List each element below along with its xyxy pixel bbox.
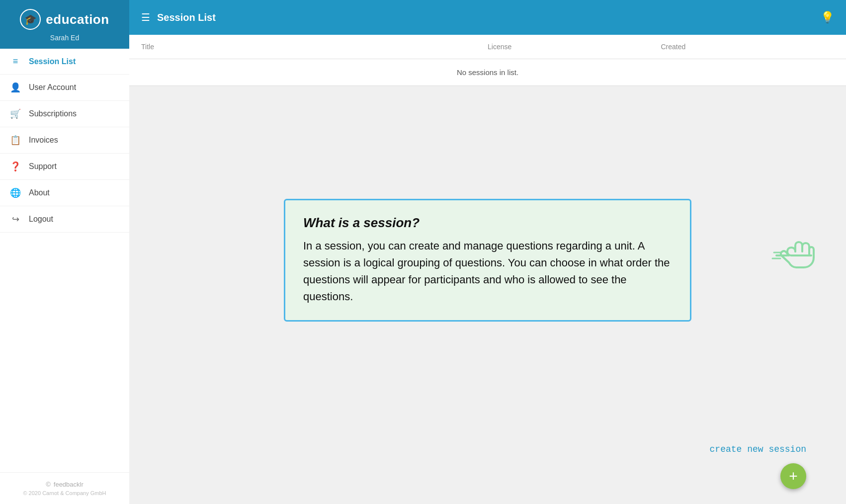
content-area: Title License Created No sessions in lis… bbox=[129, 35, 846, 504]
sidebar-label-support: Support bbox=[29, 162, 57, 171]
table-header: Title License Created bbox=[129, 35, 846, 59]
session-table: Title License Created No sessions in lis… bbox=[129, 35, 846, 86]
topbar-left: ☰ Session List bbox=[141, 11, 216, 23]
sidebar-label-logout: Logout bbox=[29, 215, 53, 224]
sidebar-item-subscriptions[interactable]: 🛒 Subscriptions bbox=[0, 101, 129, 127]
sidebar-item-logout[interactable]: ↪ Logout bbox=[0, 206, 129, 233]
sidebar-item-support[interactable]: ❓ Support bbox=[0, 154, 129, 180]
sidebar-header: 🎓 education Sarah Ed bbox=[0, 0, 129, 49]
footer-logo: © feedbacklr bbox=[46, 481, 84, 488]
sidebar-username: Sarah Ed bbox=[50, 34, 79, 42]
globe-icon: 🌐 bbox=[10, 187, 21, 198]
support-icon: ❓ bbox=[10, 161, 21, 172]
sidebar-footer: © feedbacklr © 2020 Carnot & Company Gmb… bbox=[0, 472, 129, 504]
col-title: Title bbox=[141, 43, 488, 51]
sidebar-item-invoices[interactable]: 📋 Invoices bbox=[0, 127, 129, 154]
sidebar-label-session-list: Session List bbox=[29, 57, 76, 66]
main-content: ☰ Session List 💡 Title License Created N… bbox=[129, 0, 846, 504]
col-created: Created bbox=[661, 43, 835, 51]
sidebar-logo: 🎓 education bbox=[20, 9, 109, 30]
feedbacklr-icon: © bbox=[46, 481, 51, 488]
logo-icon: 🎓 bbox=[20, 9, 41, 30]
sidebar-label-invoices: Invoices bbox=[29, 136, 58, 145]
hamburger-icon[interactable]: ☰ bbox=[141, 11, 150, 23]
footer-copyright: © 2020 Carnot & Company GmbH bbox=[23, 490, 106, 496]
sidebar: 🎓 education Sarah Ed ≡ Session List 👤 Us… bbox=[0, 0, 129, 504]
sidebar-item-about[interactable]: 🌐 About bbox=[0, 180, 129, 206]
list-icon: ≡ bbox=[10, 56, 21, 67]
hand-pointer-icon bbox=[771, 237, 816, 284]
logout-icon: ↪ bbox=[10, 214, 21, 225]
create-session-link[interactable]: create new session bbox=[710, 444, 806, 454]
table-empty-message: No sessions in list. bbox=[129, 59, 846, 85]
sidebar-item-session-list[interactable]: ≡ Session List bbox=[0, 49, 129, 75]
topbar-title: Session List bbox=[157, 12, 216, 23]
sidebar-label-about: About bbox=[29, 188, 50, 197]
app-name: education bbox=[46, 12, 109, 27]
cart-icon: 🛒 bbox=[10, 108, 21, 119]
sidebar-label-user-account: User Account bbox=[29, 83, 76, 92]
topbar: ☰ Session List 💡 bbox=[129, 0, 846, 35]
footer-brand: feedbacklr bbox=[54, 481, 84, 488]
sidebar-nav: ≡ Session List 👤 User Account 🛒 Subscrip… bbox=[0, 49, 129, 472]
info-area: What is a session? In a session, you can… bbox=[129, 86, 846, 434]
info-box-title: What is a session? bbox=[303, 215, 672, 231]
info-box: What is a session? In a session, you can… bbox=[284, 199, 691, 322]
info-box-text: In a session, you can create and manage … bbox=[303, 238, 672, 305]
col-license: License bbox=[488, 43, 661, 51]
invoice-icon: 📋 bbox=[10, 135, 21, 146]
sidebar-item-user-account[interactable]: 👤 User Account bbox=[0, 75, 129, 101]
sidebar-label-subscriptions: Subscriptions bbox=[29, 109, 77, 118]
topbar-bulb[interactable]: 💡 bbox=[821, 11, 834, 24]
create-session-area: create new session + bbox=[129, 434, 846, 504]
user-icon: 👤 bbox=[10, 82, 21, 93]
fab-button[interactable]: + bbox=[780, 463, 806, 489]
